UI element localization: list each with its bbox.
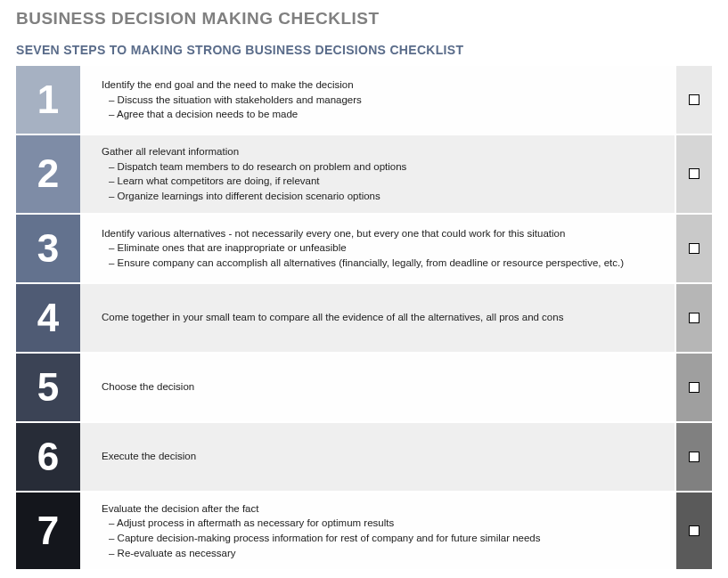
checkbox-cell	[675, 66, 712, 134]
step-main-text: Gather all relevant information	[102, 144, 662, 159]
step-main-text: Identify various alternatives - not nece…	[102, 226, 662, 241]
step-main-text: Execute the decision	[102, 449, 662, 464]
step-sub-text: – Discuss the situation with stakeholder…	[102, 93, 662, 108]
step-number: 6	[16, 423, 80, 491]
step-sub-text: – Re-evaluate as necessary	[102, 546, 662, 561]
checkbox-cell	[675, 135, 712, 213]
step-text: Identify various alternatives - not nece…	[80, 215, 675, 282]
checklist-row: 6Execute the decision	[16, 421, 712, 491]
checklist: 1Identify the end goal and the need to m…	[16, 64, 712, 569]
step-number: 1	[16, 66, 80, 134]
checkbox-cell	[675, 215, 712, 282]
checkbox-cell	[675, 493, 712, 570]
checkbox[interactable]	[689, 168, 699, 179]
step-main-text: Evaluate the decision after the fact	[102, 501, 662, 517]
checklist-row: 1Identify the end goal and the need to m…	[16, 64, 712, 134]
checklist-row: 2Gather all relevant information– Dispat…	[16, 134, 712, 213]
page-title: BUSINESS DECISION MAKING CHECKLIST	[16, 9, 712, 28]
step-number: 4	[16, 284, 80, 352]
step-number: 3	[16, 215, 80, 282]
step-number: 7	[16, 493, 80, 570]
step-number: 5	[16, 354, 80, 421]
step-text: Choose the decision	[80, 354, 675, 421]
checkbox-cell	[675, 354, 712, 421]
checklist-row: 5Choose the decision	[16, 352, 712, 421]
step-sub-text: – Organize learnings into different deci…	[102, 189, 662, 204]
checkbox[interactable]	[689, 94, 699, 105]
step-main-text: Come together in your small team to comp…	[102, 310, 662, 325]
checkbox-cell	[675, 284, 712, 352]
step-text: Execute the decision	[80, 423, 675, 491]
checkbox[interactable]	[689, 452, 699, 462]
step-sub-text: – Capture decision-making process inform…	[102, 531, 662, 546]
step-sub-text: – Dispatch team members to do research o…	[102, 159, 662, 175]
step-text: Evaluate the decision after the fact– Ad…	[80, 493, 675, 570]
checkbox[interactable]	[689, 313, 699, 323]
checkbox[interactable]	[689, 382, 699, 393]
step-text: Gather all relevant information– Dispatc…	[80, 135, 675, 213]
checkbox-cell	[675, 423, 712, 491]
checkbox[interactable]	[689, 243, 699, 254]
step-main-text: Choose the decision	[102, 379, 662, 395]
subtitle: SEVEN STEPS TO MAKING STRONG BUSINESS DE…	[16, 43, 712, 57]
checklist-row: 3Identify various alternatives - not nec…	[16, 213, 712, 282]
step-number: 2	[16, 135, 80, 213]
step-sub-text: – Learn what competitors are doing, if r…	[102, 174, 662, 189]
step-sub-text: – Eliminate ones that are inappropriate …	[102, 240, 662, 256]
step-main-text: Identify the end goal and the need to ma…	[102, 77, 662, 93]
step-text: Identify the end goal and the need to ma…	[80, 66, 675, 134]
step-sub-text: – Agree that a decision needs to be made	[102, 107, 662, 122]
checklist-row: 4Come together in your small team to com…	[16, 282, 712, 352]
step-sub-text: – Adjust process in aftermath as necessa…	[102, 516, 662, 531]
step-sub-text: – Ensure company can accomplish all alte…	[102, 256, 662, 271]
step-text: Come together in your small team to comp…	[80, 284, 675, 352]
checkbox[interactable]	[689, 525, 699, 536]
checklist-row: 7Evaluate the decision after the fact– A…	[16, 491, 712, 570]
